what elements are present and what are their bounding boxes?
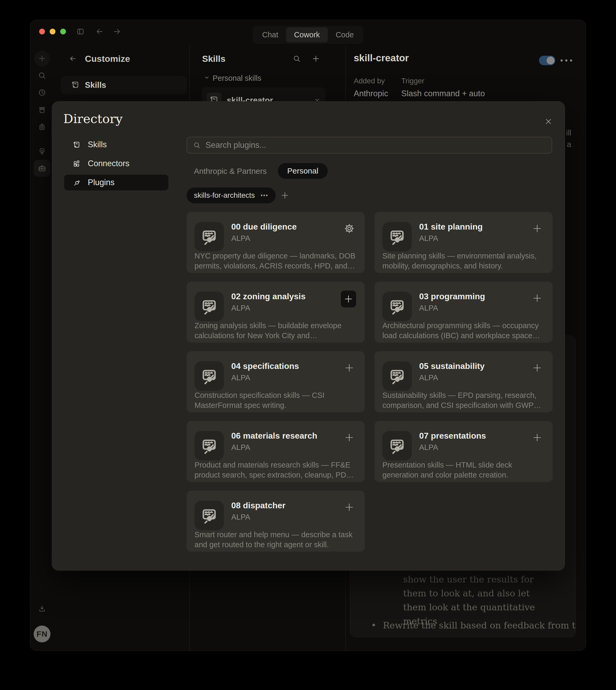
skill-toggle[interactable] xyxy=(539,56,555,65)
plugin-publisher: ALPA xyxy=(231,304,250,312)
forward-icon[interactable] xyxy=(112,27,122,36)
back-icon[interactable] xyxy=(95,27,104,36)
added-by-value: Anthropic xyxy=(354,89,388,98)
tab-cowork[interactable]: Cowork xyxy=(286,27,328,42)
tasks-icon[interactable] xyxy=(38,122,46,131)
plugin-card-05-sustainability[interactable]: 05 sustainability ALPA Sustainability sk… xyxy=(374,351,553,412)
filter-personal[interactable]: Personal xyxy=(278,163,328,179)
tab-code[interactable]: Code xyxy=(328,27,361,42)
nav-label: Skills xyxy=(88,140,107,149)
add-plugin-icon[interactable] xyxy=(531,292,543,304)
close-window-button[interactable] xyxy=(39,29,45,35)
plugin-title: 06 materials research xyxy=(231,431,317,441)
add-tag-icon[interactable] xyxy=(280,191,290,200)
history-icon[interactable] xyxy=(38,88,46,97)
plugin-card-06-materials-research[interactable]: 06 materials research ALPA Product and m… xyxy=(186,421,365,482)
search-icon xyxy=(193,141,201,149)
plugin-title: 01 site planning xyxy=(419,222,483,232)
tab-chat[interactable]: Chat xyxy=(255,27,286,42)
sidebar-toggle-icon[interactable] xyxy=(76,27,85,36)
minimize-window-button[interactable] xyxy=(50,29,56,35)
plugin-search xyxy=(186,137,552,153)
plugin-description: Product and materials research skills — … xyxy=(195,460,357,480)
zoom-window-button[interactable] xyxy=(60,29,66,35)
chevron-down-icon[interactable] xyxy=(203,74,210,81)
plugin-description: Construction specification skills — CSI … xyxy=(195,390,357,410)
lightbulb-icon[interactable] xyxy=(38,147,46,156)
plugin-card-04-specifications[interactable]: 04 specifications ALPA Construction spec… xyxy=(186,351,365,412)
plugin-description: Sustainability skills — EPD parsing, res… xyxy=(382,390,545,410)
skills-panel-title: Skills xyxy=(202,54,225,64)
download-icon[interactable] xyxy=(38,604,46,613)
avatar[interactable]: FN xyxy=(34,626,50,642)
directory-modal: Directory Skills Connectors Plugins Anth… xyxy=(52,101,565,571)
plugin-title: 07 presentations xyxy=(419,431,486,441)
add-plugin-icon[interactable] xyxy=(344,432,355,443)
plugin-publisher: ALPA xyxy=(419,373,438,382)
directory-nav-plugins[interactable]: Plugins xyxy=(64,174,169,190)
plugin-publisher: ALPA xyxy=(419,443,438,452)
plugin-description: Zoning analysis skills — buildable envel… xyxy=(195,320,357,340)
plugin-title: 02 zoning analysis xyxy=(231,292,306,301)
customize-back-icon[interactable] xyxy=(69,55,77,63)
plugin-card-07-presentations[interactable]: 07 presentations ALPA Presentation skill… xyxy=(374,421,553,482)
plugin-title: 03 programming xyxy=(419,292,485,301)
directory-nav-connectors[interactable]: Connectors xyxy=(64,156,169,171)
plugin-description: Site planning skills — environmental ana… xyxy=(382,251,545,271)
trigger-label: Trigger xyxy=(401,77,424,85)
mode-tabs: Chat Cowork Code xyxy=(253,26,364,44)
tag-more-icon[interactable]: ••• xyxy=(261,192,268,199)
plugin-card-00-due-diligence[interactable]: 00 due diligence ALPA NYC property due d… xyxy=(186,212,365,273)
plugin-publisher: ALPA xyxy=(231,373,250,382)
detail-title: skill-creator xyxy=(354,53,409,64)
plugin-title: 04 specifications xyxy=(231,361,299,371)
tag-skills-for-architects[interactable]: skills-for-architects ••• xyxy=(186,187,276,203)
plugin-card-03-programming[interactable]: 03 programming ALPA Architectural progra… xyxy=(374,281,553,343)
add-plugin-icon[interactable] xyxy=(531,223,543,234)
plus-icon[interactable] xyxy=(38,54,46,63)
add-plugin-icon[interactable] xyxy=(531,362,543,374)
bullet-dot: • xyxy=(371,619,376,632)
more-options-icon[interactable] xyxy=(560,59,572,62)
add-plugin-icon[interactable] xyxy=(344,362,355,374)
plugin-card-01-site-planning[interactable]: 01 site planning ALPA Site planning skil… xyxy=(374,212,553,273)
sidebar-item-skills-label: Skills xyxy=(85,81,106,90)
archive-icon[interactable] xyxy=(38,105,46,114)
search-input[interactable] xyxy=(205,137,547,153)
plugin-tile xyxy=(195,501,224,530)
plugin-tile xyxy=(382,361,412,391)
plugin-description: Smart router and help menu — describe a … xyxy=(195,529,357,549)
directory-title: Directory xyxy=(63,111,123,126)
filter-anthropic-partners[interactable]: Anthropic & Partners xyxy=(194,167,267,176)
plugin-title: 08 dispatcher xyxy=(231,501,285,510)
plugin-grid: 00 due diligence ALPA NYC property due d… xyxy=(186,212,553,552)
plugin-publisher: ALPA xyxy=(231,234,250,243)
add-plugin-icon[interactable] xyxy=(531,432,543,443)
plugin-tile xyxy=(195,222,224,251)
clipped-text-fragment: a xyxy=(567,140,571,149)
clipped-text-fragment: ill xyxy=(566,128,571,137)
skills-search-icon[interactable] xyxy=(292,55,301,63)
directory-nav-skills[interactable]: Skills xyxy=(64,137,169,152)
skills-add-icon[interactable] xyxy=(311,54,320,63)
plugin-description: Presentation skills — HTML slide deck ge… xyxy=(382,460,545,480)
plugin-tile xyxy=(382,431,412,460)
plugin-tile xyxy=(195,292,224,321)
add-plugin-button[interactable] xyxy=(341,291,356,307)
nav-label: Connectors xyxy=(88,159,130,168)
plugin-tile xyxy=(195,361,224,391)
add-plugin-icon[interactable] xyxy=(344,501,355,513)
plugin-publisher: ALPA xyxy=(231,443,250,452)
plugin-card-02-zoning-analysis[interactable]: 02 zoning analysis ALPA Zoning analysis … xyxy=(186,281,365,343)
close-icon[interactable] xyxy=(544,117,553,126)
plugin-description: Architectural programming skills — occup… xyxy=(382,320,545,340)
search-icon[interactable] xyxy=(38,71,46,80)
added-by-label: Added by xyxy=(354,77,385,85)
plugin-description: NYC property due diligence — landmarks, … xyxy=(195,251,357,271)
plugin-publisher: ALPA xyxy=(419,234,438,243)
briefcase-icon[interactable] xyxy=(38,164,46,173)
plugin-card-08-dispatcher[interactable]: 08 dispatcher ALPA Smart router and help… xyxy=(186,491,365,552)
plugin-publisher: ALPA xyxy=(419,304,438,312)
personal-skills-section-label[interactable]: Personal skills xyxy=(213,74,261,83)
gear-icon[interactable] xyxy=(344,223,355,234)
